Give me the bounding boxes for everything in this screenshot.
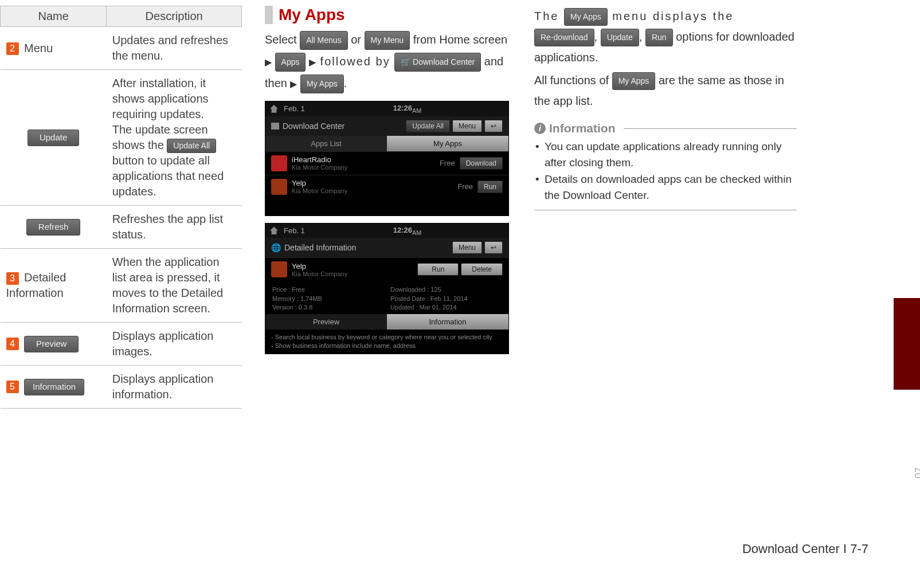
app-company: Kia Motor Company — [292, 164, 440, 171]
info-list: You can update applications already runn… — [534, 139, 797, 210]
back-button: ↩ — [484, 120, 503, 132]
run-button: Run — [645, 29, 673, 46]
screenshot-detailed-info: Feb. 1 12:26AM 🌐 Detailed Information Me… — [265, 223, 509, 354]
all-menus-button: All Menus — [300, 31, 347, 50]
shot-ampm: AM — [412, 229, 421, 236]
list-item: Details on downloaded apps can be checke… — [534, 171, 797, 203]
shot-time: 12:26 — [393, 104, 412, 112]
home-icon — [270, 226, 278, 234]
row-desc: Updates and refreshes the menu. — [107, 27, 242, 70]
delete-button: Delete — [461, 263, 503, 276]
navigation-flow: Select All Menus or My Menu from Home sc… — [265, 29, 509, 94]
info-icon: i — [534, 123, 546, 134]
my-apps-button: My Apps — [300, 75, 344, 93]
side-tab — [894, 298, 920, 390]
update-all-button: Update All — [167, 139, 216, 153]
info-title: Information — [549, 121, 616, 135]
app-company: Kia Motor Company — [292, 187, 457, 194]
row-desc: Displays application images. — [107, 323, 242, 366]
download-button: Download — [460, 157, 503, 170]
refresh-button: Refresh — [26, 219, 81, 235]
app-row: iHeartRadio Kia Motor Company Free Downl… — [265, 151, 508, 175]
cart-icon — [271, 123, 279, 130]
shot-date: Feb. 1 — [284, 104, 305, 113]
callout-badge-5: 5 — [6, 381, 19, 393]
paragraph: All functions of My Apps are the same as… — [534, 70, 797, 111]
screenshot-download-center: Feb. 1 12:26AM Download Center Update Al… — [265, 101, 509, 216]
home-icon — [270, 105, 278, 113]
app-name: iHeartRadio — [292, 155, 440, 164]
download-center-button: 🛒 Download Center — [394, 53, 481, 72]
information-button: Information — [24, 379, 84, 395]
tab-preview: Preview — [265, 314, 387, 330]
tab-apps-list: Apps List — [265, 136, 387, 151]
menu-button: Menu — [452, 241, 482, 254]
back-button: ↩ — [484, 241, 503, 254]
page-footer: Download Center I 7-7 — [742, 542, 868, 556]
shot-time: 12:26 — [393, 226, 412, 234]
app-meta-right: Downloaded : 125 Posted Date : Feb 11, 2… — [390, 285, 502, 312]
my-apps-button: My Apps — [564, 8, 608, 26]
apps-button: Apps — [275, 53, 306, 72]
update-all-button: Update All — [406, 120, 450, 132]
tab-information: Information — [387, 314, 508, 330]
shot-title: Detailed Information — [284, 243, 356, 252]
app-price: Free — [457, 182, 473, 191]
app-meta-left: Price : Free Memory : 1.74MB Version : 0… — [272, 285, 383, 312]
list-item: You can update applications already runn… — [534, 139, 797, 170]
app-icon — [271, 179, 287, 195]
update-button: Update — [28, 130, 79, 146]
update-button: Update — [601, 29, 639, 46]
table-row: 2 Menu Updates and refreshes the menu. — [1, 27, 242, 70]
shot-date: Feb. 1 — [284, 226, 305, 235]
callout-badge-4: 4 — [6, 338, 19, 350]
app-price: Free — [440, 159, 455, 167]
table-row: 3 Detailed Information When the applicat… — [1, 249, 242, 323]
table-row: 5 Information Displays application infor… — [1, 366, 242, 409]
menu-button: Menu — [452, 120, 482, 132]
app-company: Kia Motor Company — [292, 271, 417, 277]
my-apps-button: My Apps — [612, 72, 656, 90]
re-download-button: Re-download — [534, 29, 594, 46]
app-name: Yelp — [292, 179, 457, 187]
th-name: Name — [1, 6, 107, 27]
table-row: Update After installation, it shows appl… — [1, 70, 242, 206]
row-desc: Displays application information. — [107, 366, 242, 409]
paragraph: The My Apps menu displays the Re-downloa… — [534, 6, 797, 68]
table-row: 4 Preview Displays application images. — [1, 323, 242, 366]
row-label: Menu — [24, 42, 53, 54]
row-desc: After installation, it shows application… — [107, 70, 242, 206]
preview-button: Preview — [24, 336, 79, 352]
section-heading-my-apps: My Apps — [265, 6, 509, 24]
shot-title: Download Center — [283, 121, 344, 131]
callout-badge-2: 2 — [6, 42, 19, 55]
table-row: Refresh Refreshes the app list status. — [1, 206, 242, 249]
run-button: Run — [417, 263, 459, 276]
side-chapter-number: 07 — [913, 467, 920, 479]
app-icon — [271, 261, 287, 277]
app-name: Yelp — [292, 262, 417, 271]
information-heading: i Information — [534, 121, 797, 135]
callout-badge-3: 3 — [6, 272, 19, 285]
row-desc: When the application list area is presse… — [107, 249, 242, 323]
app-icon — [271, 155, 287, 171]
app-description: - Search local business by keyword or ca… — [265, 330, 508, 354]
row-desc: Refreshes the app list status. — [107, 206, 242, 249]
th-desc: Description — [107, 6, 242, 27]
reference-table: Name Description 2 Menu Updates and refr… — [0, 6, 242, 409]
shot-ampm: AM — [412, 107, 421, 114]
app-row: Yelp Kia Motor Company Free Run — [265, 175, 508, 198]
my-menu-button: My Menu — [365, 31, 410, 50]
tab-my-apps: My Apps — [387, 136, 508, 151]
run-button: Run — [477, 181, 503, 193]
